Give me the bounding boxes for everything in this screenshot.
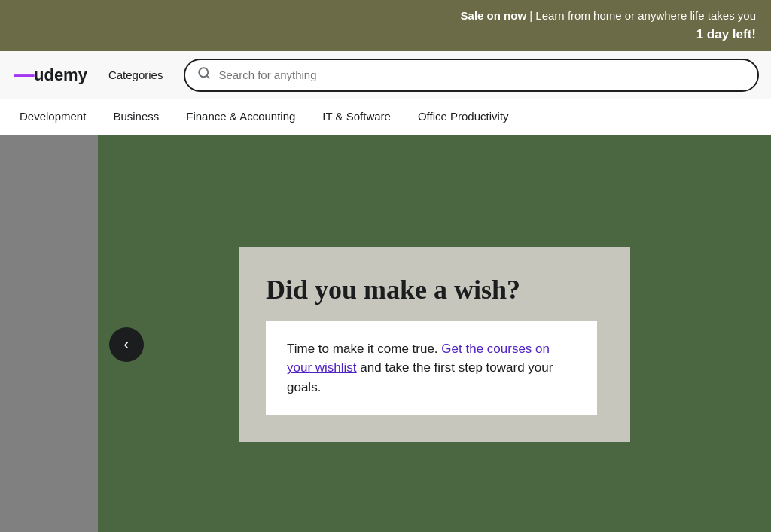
hero-text-card: Time to make it come true. Get the cours… (266, 321, 597, 415)
prev-button[interactable]: ‹ (109, 327, 144, 362)
logo-text: udemy (34, 65, 87, 85)
hero-content: Did you make a wish? Time to make it com… (239, 247, 630, 442)
search-bar (184, 59, 759, 92)
sale-banner: Sale on now | Learn from home or anywher… (0, 0, 771, 51)
logo[interactable]: ⸻ udemy (12, 62, 87, 87)
hero-section: ‹ Did you make a wish? Time to make it c… (0, 135, 771, 532)
nav-item-it-software[interactable]: IT & Software (309, 101, 404, 133)
search-input[interactable] (218, 68, 745, 81)
days-left: 1 day left! (0, 25, 756, 44)
header: ⸻ udemy Categories (0, 51, 771, 99)
hero-body-prefix: Time to make it come true. (287, 342, 441, 356)
svg-line-1 (207, 75, 209, 78)
nav-item-development[interactable]: Development (6, 101, 99, 133)
category-nav: Development Business Finance & Accountin… (0, 99, 771, 135)
hero-title: Did you make a wish? (266, 274, 597, 306)
search-icon (197, 66, 211, 84)
nav-item-business[interactable]: Business (99, 101, 172, 133)
sale-text: Sale on now | Learn from home or anywher… (461, 9, 756, 22)
categories-button[interactable]: Categories (102, 65, 169, 84)
hero-card: Did you make a wish? Time to make it com… (239, 247, 630, 442)
nav-item-finance[interactable]: Finance & Accounting (172, 101, 309, 133)
nav-item-office[interactable]: Office Productivity (404, 101, 523, 133)
logo-icon: ⸻ (12, 62, 34, 87)
